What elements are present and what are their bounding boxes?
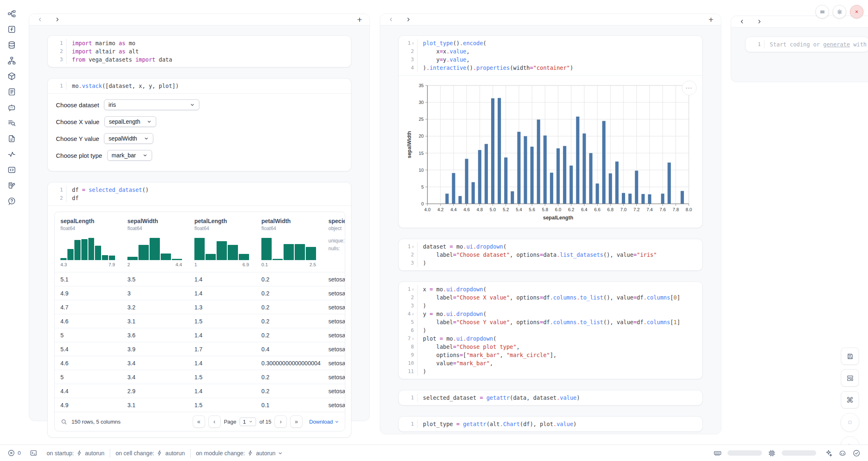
variables-icon[interactable] bbox=[7, 25, 16, 34]
fold-toggle-icon[interactable]: ∨ bbox=[412, 335, 414, 343]
chart-bar bbox=[498, 98, 501, 204]
fold-toggle-icon[interactable]: ∨ bbox=[412, 39, 414, 48]
column-header-petalWidth[interactable]: petalWidthfloat640.12.5 bbox=[256, 212, 323, 272]
dropdown-choose-dataset[interactable]: iris bbox=[104, 99, 199, 110]
control-row: Choose datasetiris bbox=[56, 99, 343, 110]
logs-icon[interactable] bbox=[7, 87, 16, 96]
connection-status-icon[interactable] bbox=[852, 449, 861, 457]
table-row[interactable]: 4.931.40.2setosa bbox=[55, 286, 345, 300]
chart-bar bbox=[648, 194, 651, 204]
column-histogram bbox=[194, 238, 249, 260]
code-editor[interactable]: 1∨plot_type().encode(2 x=x.value,3 y=y.v… bbox=[399, 36, 702, 75]
panel-back-icon[interactable] bbox=[37, 16, 43, 23]
keyboard-shortcuts-button[interactable]: ⌘ bbox=[841, 391, 859, 408]
search-icon[interactable] bbox=[60, 418, 67, 425]
close-panel-button[interactable] bbox=[850, 5, 863, 18]
panel-forward-icon[interactable] bbox=[54, 16, 60, 23]
svg-text:4.6: 4.6 bbox=[464, 207, 470, 212]
documentation-icon[interactable] bbox=[7, 134, 16, 143]
ai-chat-icon[interactable] bbox=[7, 103, 16, 112]
table-row[interactable]: 4.42.91.40.2setosa bbox=[55, 384, 345, 398]
table-row[interactable]: 4.93.11.50.1setosa bbox=[55, 398, 345, 412]
code-line: 10 value="mark_bar", bbox=[399, 359, 702, 367]
code-text: df = selected_dataset() bbox=[67, 186, 149, 194]
terminal-button[interactable] bbox=[30, 449, 37, 457]
runtime-config-2[interactable]: on module change:autorun bbox=[196, 450, 283, 456]
settings-button[interactable] bbox=[833, 5, 846, 18]
dropdown-choose-x-value[interactable]: sepalLength bbox=[104, 116, 156, 127]
copilot-button[interactable] bbox=[838, 449, 847, 457]
last-page-button[interactable]: » bbox=[290, 415, 302, 428]
chart-bar bbox=[642, 194, 645, 204]
fold-toggle-icon[interactable]: ∨ bbox=[412, 286, 414, 294]
column-type: float64 bbox=[60, 226, 122, 231]
panel-back-icon[interactable] bbox=[739, 18, 745, 25]
dropdown-choose-y-value[interactable]: sepalWidth bbox=[104, 133, 153, 144]
error-indicator[interactable]: 0 bbox=[7, 449, 21, 457]
snippets-icon[interactable] bbox=[7, 165, 16, 174]
layout-button[interactable] bbox=[841, 369, 859, 387]
add-cell-button[interactable]: + bbox=[357, 15, 362, 24]
table-row[interactable]: 5.43.91.70.4setosa bbox=[55, 342, 345, 356]
stop-button[interactable] bbox=[840, 413, 859, 432]
code-editor[interactable]: 1plot_type = getattr(alt.Chart(df), plot… bbox=[399, 417, 702, 431]
ai-sparkles-button[interactable] bbox=[824, 449, 833, 457]
table-row[interactable]: 4.73.21.30.2setosa bbox=[55, 300, 345, 314]
bar-chart[interactable]: 4.04.24.44.64.85.05.25.45.65.86.06.26.46… bbox=[404, 81, 692, 224]
column-header-petalLength[interactable]: petalLengthfloat6416.9 bbox=[189, 212, 256, 272]
dropdown-choose-plot-type[interactable]: mark_bar bbox=[107, 150, 152, 161]
panel-forward-icon[interactable] bbox=[756, 18, 762, 25]
scratchpad-icon[interactable] bbox=[7, 118, 16, 127]
empty-code-cell[interactable]: 1Start coding or generate with AI bbox=[745, 37, 868, 52]
panel-forward-icon[interactable] bbox=[405, 16, 411, 23]
code-editor[interactable]: 1selected_dataset = getattr(data, datase… bbox=[399, 390, 702, 405]
chart-menu-button[interactable]: ••• bbox=[682, 81, 697, 95]
next-page-button[interactable]: › bbox=[275, 415, 287, 428]
table-row[interactable]: 53.41.50.2setosa bbox=[55, 370, 345, 384]
save-button[interactable] bbox=[841, 348, 859, 365]
fold-toggle-icon[interactable]: ∨ bbox=[412, 243, 414, 251]
download-button[interactable]: Download bbox=[309, 419, 339, 425]
menu-button[interactable] bbox=[815, 5, 829, 18]
packages-icon[interactable] bbox=[7, 71, 16, 81]
code-editor[interactable]: 1Start coding or generate with AI bbox=[746, 37, 868, 52]
column-header-sepalLength[interactable]: sepalLengthfloat644.37.9 bbox=[55, 212, 122, 272]
svg-text:4.0: 4.0 bbox=[424, 207, 430, 212]
chart-bar bbox=[609, 173, 612, 204]
runtime-config-0[interactable]: on startup:autorun bbox=[47, 450, 105, 456]
code-editor[interactable]: 1mo.vstack([dataset, x, y, plot]) bbox=[48, 78, 351, 93]
column-header-sepalWidth[interactable]: sepalWidthfloat6424.4 bbox=[122, 212, 189, 272]
first-page-button[interactable]: « bbox=[193, 415, 205, 428]
help-icon[interactable] bbox=[7, 196, 16, 205]
chart-bar bbox=[667, 163, 671, 204]
table-row[interactable]: 5.13.51.40.2setosa bbox=[55, 272, 345, 286]
code-editor[interactable]: 1df = selected_dataset()2df bbox=[48, 182, 351, 205]
column-meta: unique:nulls: bbox=[328, 237, 345, 252]
notebook-icon[interactable] bbox=[7, 181, 16, 190]
runtime-config-1[interactable]: on cell change:autorun bbox=[115, 450, 185, 456]
line-number: 11 bbox=[399, 367, 418, 376]
code-editor[interactable]: 1import marimo as mo2import altair as al… bbox=[48, 36, 351, 67]
code-editor[interactable]: 1∨dataset = mo.ui.dropdown(2 label="Choo… bbox=[399, 239, 702, 270]
table-row[interactable]: 4.63.41.40.30000000000000004setosa bbox=[55, 356, 345, 370]
resource-indicators bbox=[713, 449, 861, 457]
dependency-graph-icon[interactable] bbox=[7, 56, 16, 65]
panel-back-icon[interactable] bbox=[388, 16, 394, 23]
histogram-bar bbox=[109, 256, 115, 260]
table-row[interactable]: 4.63.11.50.2setosa bbox=[55, 314, 345, 328]
generate-with-ai-link[interactable]: generate bbox=[823, 41, 850, 48]
column-name: petalWidth bbox=[261, 218, 323, 224]
datasources-icon[interactable] bbox=[7, 40, 16, 49]
column-range: 16.9 bbox=[194, 262, 249, 270]
column-header-species[interactable]: speciesobjectunique:nulls: bbox=[323, 212, 345, 272]
code-editor[interactable]: 1∨x = mo.ui.dropdown(2 label="Choose X v… bbox=[399, 282, 702, 379]
page-select[interactable]: 1 bbox=[240, 417, 256, 426]
tracing-icon[interactable] bbox=[7, 150, 16, 159]
table-row[interactable]: 53.61.40.2setosa bbox=[55, 328, 345, 342]
add-cell-button[interactable]: + bbox=[709, 15, 713, 24]
runtime-config-label: on startup: bbox=[47, 450, 74, 456]
previous-page-button[interactable]: ‹ bbox=[208, 415, 221, 428]
file-explorer-icon[interactable] bbox=[7, 9, 16, 18]
fold-toggle-icon[interactable]: ∨ bbox=[412, 310, 414, 318]
window-actions bbox=[815, 5, 863, 18]
